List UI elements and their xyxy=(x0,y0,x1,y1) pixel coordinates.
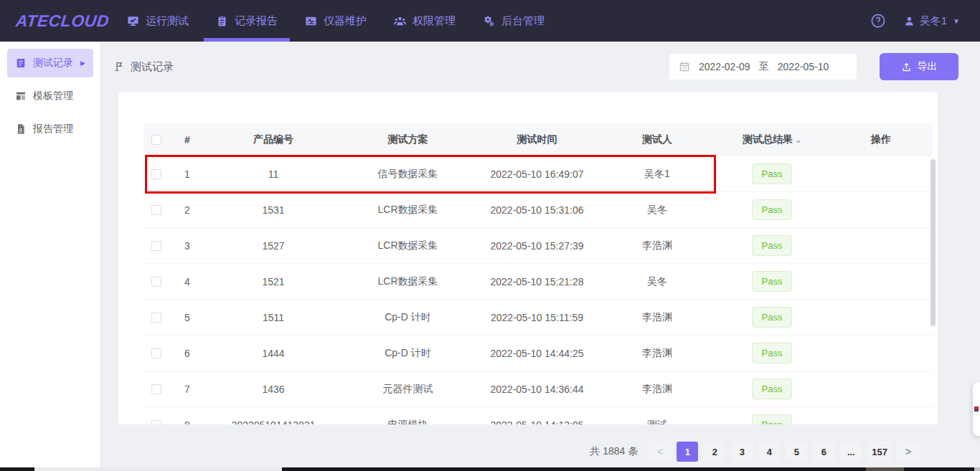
table-scrollbar-thumb[interactable] xyxy=(930,159,936,326)
caret-down-icon: ▼ xyxy=(953,17,960,25)
result-badge: Pass xyxy=(752,271,793,292)
floating-widget[interactable] xyxy=(973,382,980,436)
cell-tester: 李浩渊 xyxy=(600,239,715,252)
chevron-left-icon[interactable]: < xyxy=(649,442,671,462)
column-header: 测试方案 xyxy=(341,133,474,146)
cell-product: 1444 xyxy=(205,348,341,359)
table-row: 4 1521 LCR数据采集 2022-05-10 15:21:28 吴冬 Pa… xyxy=(143,264,933,300)
nav-item-label: 后台管理 xyxy=(501,14,545,28)
page-button[interactable]: 6 xyxy=(813,442,834,462)
caret-down-icon[interactable]: ⌄ xyxy=(795,135,801,144)
row-checkbox[interactable] xyxy=(151,384,161,394)
nav-item[interactable]: 记录报告 xyxy=(202,0,291,42)
export-button[interactable]: 导出 xyxy=(880,53,958,80)
page-button[interactable]: 5 xyxy=(786,442,807,462)
column-header: # xyxy=(169,134,205,146)
chevron-right-icon[interactable]: > xyxy=(897,442,919,462)
page-button[interactable]: 157 xyxy=(867,442,892,462)
cell-tester: 吴冬 xyxy=(600,275,715,288)
sidebar-item[interactable]: 报告管理 xyxy=(7,115,93,143)
nav-item[interactable]: 运行测试 xyxy=(113,0,202,42)
cell-time: 2022-05-10 14:13:05 xyxy=(474,419,600,425)
table-row: 2 1531 LCR数据采集 2022-05-10 15:31:06 吴冬 Pa… xyxy=(143,192,933,228)
page-button[interactable]: 1 xyxy=(677,442,698,462)
date-end[interactable]: 2022-05-10 xyxy=(778,61,829,72)
nav-item[interactable]: 后台管理 xyxy=(469,0,558,42)
help-circle-icon[interactable] xyxy=(870,13,886,29)
page-button[interactable]: ... xyxy=(840,442,862,462)
nav-item[interactable]: 仪器维护 xyxy=(291,0,380,42)
column-header: 测试人 xyxy=(600,133,715,146)
cell-product: 1436 xyxy=(205,384,341,395)
cell-scheme: Cp-D 计时 xyxy=(341,311,474,324)
page-button[interactable]: 3 xyxy=(731,442,753,462)
row-checkbox[interactable] xyxy=(151,241,161,251)
row-checkbox[interactable] xyxy=(151,348,161,358)
cell-tester: 吴冬1 xyxy=(600,168,715,181)
row-checkbox[interactable] xyxy=(151,169,161,179)
sidebar-item-label: 报告管理 xyxy=(33,123,73,135)
select-all-checkbox[interactable] xyxy=(151,135,161,145)
calendar-icon xyxy=(679,61,690,72)
scrollbar-thumb-segment[interactable] xyxy=(34,467,282,471)
cell-product: 1527 xyxy=(205,240,341,252)
cell-index: 4 xyxy=(169,276,205,287)
row-checkbox[interactable] xyxy=(151,313,161,323)
result-badge: Pass xyxy=(752,163,793,184)
cell-tester: 李浩渊 xyxy=(600,347,715,360)
cell-scheme: 元器件测试 xyxy=(341,383,474,396)
table-row: 3 1527 LCR数据采集 2022-05-10 15:27:39 李浩渊 P… xyxy=(143,228,933,264)
nav-item-label: 运行测试 xyxy=(146,14,189,28)
cell-product: 1531 xyxy=(205,204,341,216)
flag-icon xyxy=(113,61,125,72)
cell-time: 2022-05-10 15:21:28 xyxy=(474,276,600,287)
result-badge: Pass xyxy=(752,414,793,424)
date-start[interactable]: 2022-02-09 xyxy=(699,61,750,72)
cell-scheme: LCR数据采集 xyxy=(341,239,474,252)
cell-tester: 吴冬 xyxy=(600,204,715,217)
result-badge: Pass xyxy=(752,307,793,328)
cell-product: 1511 xyxy=(205,312,341,323)
nav-item-label: 仪器维护 xyxy=(324,14,367,28)
sidebar-item[interactable]: 测试记录 ▶ xyxy=(7,49,93,77)
cell-scheme: Cp-D 计时 xyxy=(341,347,474,360)
sidebar-item[interactable]: 模板管理 xyxy=(7,82,93,110)
gear-admin-icon xyxy=(483,15,495,27)
nav-item-label: 记录报告 xyxy=(235,14,278,28)
date-range-picker[interactable]: 2022-02-09 至 2022-05-10 xyxy=(669,53,857,80)
page-button[interactable]: 2 xyxy=(704,442,725,462)
date-separator: 至 xyxy=(759,60,769,73)
cell-scheme: 电源模块 xyxy=(341,419,474,425)
row-checkbox[interactable] xyxy=(151,277,161,287)
user-icon xyxy=(903,15,915,27)
cell-index: 5 xyxy=(169,312,205,323)
users-permission-icon xyxy=(394,15,406,27)
sidebar-item-label: 模板管理 xyxy=(33,90,73,103)
nav-item[interactable]: 权限管理 xyxy=(380,0,469,42)
cell-index: 2 xyxy=(169,204,205,216)
instrument-icon xyxy=(305,15,317,27)
row-checkbox[interactable] xyxy=(151,420,161,425)
user-menu[interactable]: 吴冬1 ▼ xyxy=(903,14,960,28)
cell-time: 2022-05-10 15:11:59 xyxy=(474,312,600,323)
nav-item-label: 权限管理 xyxy=(413,14,456,28)
cell-time: 2022-05-10 15:31:06 xyxy=(474,204,600,216)
column-header: 测试时间 xyxy=(474,133,600,146)
cell-time: 2022-05-10 14:44:25 xyxy=(474,348,600,359)
top-navbar: ATECLOUD 运行测试 记录报告 仪器维护 权限管理 xyxy=(0,0,980,42)
bottom-scrollbar[interactable] xyxy=(0,467,980,471)
table-row: 5 1511 Cp-D 计时 2022-05-10 15:11:59 李浩渊 P… xyxy=(143,300,933,336)
template-icon xyxy=(15,90,27,102)
column-header[interactable]: 测试总结果⌄ xyxy=(715,133,829,146)
main-nav: 运行测试 记录报告 仪器维护 权限管理 后台管理 xyxy=(113,0,558,42)
clipboard-report-icon xyxy=(216,15,228,27)
report-doc-icon xyxy=(15,123,27,135)
page-button[interactable]: 4 xyxy=(758,442,780,462)
cell-scheme: LCR数据采集 xyxy=(341,204,474,217)
widget-logo xyxy=(974,406,979,411)
arrow-right-icon: ▶ xyxy=(80,60,85,67)
cell-scheme: LCR数据采集 xyxy=(341,275,474,288)
result-badge: Pass xyxy=(752,379,793,399)
row-checkbox[interactable] xyxy=(151,205,161,215)
cell-index: 1 xyxy=(169,168,205,180)
